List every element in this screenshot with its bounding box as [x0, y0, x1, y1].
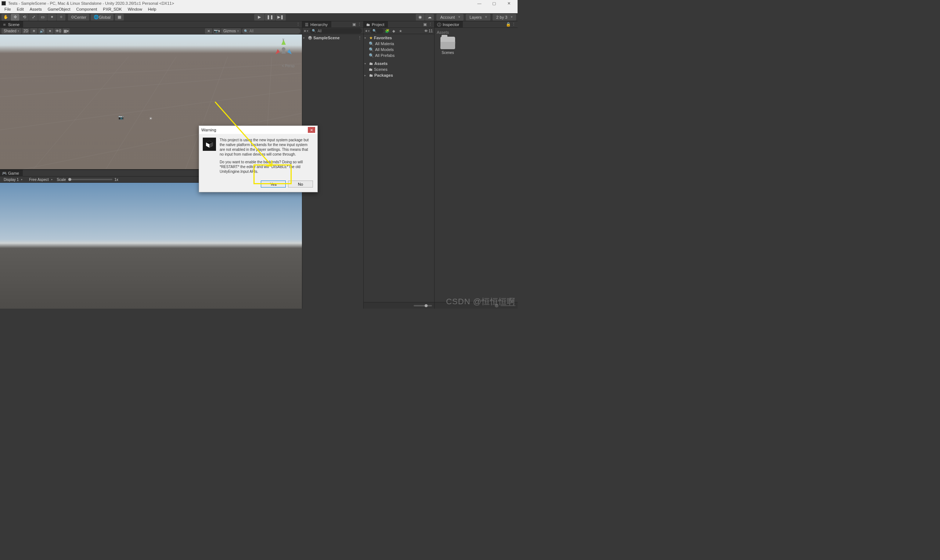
custom-tool-button[interactable]: ✧ — [57, 14, 65, 20]
move-tool-button[interactable]: ✥ — [11, 14, 20, 20]
favorite-item[interactable]: 🔍All Prefabs — [364, 52, 434, 58]
panel-menu-icon[interactable]: ⋮ — [428, 22, 433, 27]
cloud-button[interactable]: ☁ — [425, 14, 434, 20]
hierarchy-scene-row[interactable]: ▾ SampleScene ⋮ — [302, 35, 363, 41]
scene-search-input[interactable]: 🔍 All — [242, 28, 301, 34]
2d-toggle[interactable]: 2D — [22, 28, 29, 34]
pivot-rotation-toggle[interactable]: 🌐 Global — [91, 14, 114, 20]
menu-assets[interactable]: Assets — [27, 7, 45, 13]
light-gizmo-icon[interactable]: ☀ — [149, 116, 153, 121]
rect-tool-button[interactable]: ▭ — [38, 14, 47, 20]
tab-scene[interactable]: ⌗ Scene — [0, 21, 23, 28]
inspector-panel-header: ⓘ Inspector 🔒 ⋮ — [435, 21, 517, 28]
gizmos-dropdown[interactable]: Gizmos▾ — [221, 28, 241, 34]
create-dropdown[interactable]: +▾ — [365, 29, 369, 33]
tab-game[interactable]: 🎮 Game — [0, 170, 23, 177]
camera-toggle[interactable]: 📷▾ — [213, 28, 221, 34]
hidden-objects-toggle[interactable]: 👁0 — [54, 28, 62, 34]
project-toolbar: +▾ 🔍 🧩 ◆ ★ 👁11 — [364, 28, 434, 34]
no-button[interactable]: No — [288, 180, 313, 188]
play-button[interactable]: ▶ — [254, 14, 264, 20]
packages-row[interactable]: ▸ 🖿 Packages — [364, 72, 434, 78]
scale-tool-button[interactable]: ⤢ — [29, 14, 38, 20]
aspect-dropdown[interactable]: Free Aspect▾ — [27, 178, 54, 182]
inspector-icon: ⓘ — [437, 22, 441, 27]
collab-button[interactable]: ◉ — [416, 14, 424, 20]
panel-menu-icon[interactable]: ⋮ — [357, 22, 362, 27]
search-icon: 🔍 — [369, 42, 374, 46]
lock-icon[interactable]: 🔒 — [506, 22, 511, 27]
assets-row[interactable]: ▾ 🖿 Assets — [364, 60, 434, 66]
tab-inspector[interactable]: ⓘ Inspector — [435, 21, 463, 28]
scale-slider[interactable] — [68, 179, 113, 180]
filter-label-icon[interactable]: ◆ — [391, 28, 397, 33]
folder-thumbnail[interactable]: Scenes — [437, 37, 459, 55]
favorites-row[interactable]: ▾ ★ Favorites — [364, 35, 434, 41]
menu-window[interactable]: Window — [125, 7, 145, 13]
hidden-count[interactable]: 👁11 — [424, 29, 433, 33]
layout-dropdown[interactable]: 2 by 3▼ — [492, 14, 516, 20]
panel-maximize-icon[interactable]: ▣ — [352, 22, 357, 27]
panel-menu-icon[interactable]: ⋮ — [511, 22, 516, 27]
project-search-input[interactable]: 🔍 — [370, 28, 383, 33]
scene-context-icon[interactable]: ⋮ — [358, 35, 362, 40]
center-icon: ⊙ — [71, 15, 74, 20]
audio-toggle[interactable]: 🔊 — [38, 28, 46, 34]
menu-bar: File Edit Assets GameObject Component PX… — [0, 7, 517, 13]
grid-toggle[interactable]: ▦▾ — [62, 28, 70, 34]
breadcrumb[interactable]: Assets — [437, 30, 516, 34]
menu-help[interactable]: Help — [145, 7, 159, 13]
rotate-tool-button[interactable]: ⟲ — [20, 14, 29, 20]
menu-file[interactable]: File — [2, 7, 14, 13]
lighting-toggle[interactable]: ☀ — [30, 28, 37, 34]
menu-component[interactable]: Component — [73, 7, 100, 13]
panel-menu-icon[interactable]: ⋮ — [295, 22, 301, 27]
dialog-paragraph: This project is using the new input syst… — [220, 138, 313, 157]
projection-label[interactable]: Persp — [282, 64, 295, 68]
thumbnail-size-slider[interactable] — [414, 305, 432, 306]
filter-type-icon[interactable]: 🧩 — [384, 28, 390, 33]
yes-button[interactable]: Yes — [261, 180, 286, 188]
camera-gizmo-icon[interactable]: 📷 — [118, 115, 124, 120]
window-minimize-button[interactable]: — — [472, 0, 487, 7]
folder-icon: 🖿 — [366, 22, 370, 27]
svg-line-0 — [0, 64, 301, 78]
favorite-filter-icon[interactable]: ★ — [397, 28, 403, 33]
fx-toggle[interactable]: ✦ — [46, 28, 54, 34]
favorite-item[interactable]: 🔍All Models — [364, 47, 434, 52]
folder-item[interactable]: 🖿Scenes — [364, 66, 434, 72]
account-dropdown[interactable]: Account▼ — [437, 14, 463, 20]
dialog-title-bar[interactable]: Warning ✕ — [199, 126, 317, 134]
tools-toggle[interactable]: ✕ — [205, 28, 212, 34]
pause-button[interactable]: ❚❚ — [265, 14, 275, 20]
project-panel-header: 🖿 Project ▣ ⋮ — [364, 21, 434, 28]
window-maximize-button[interactable]: ▢ — [487, 0, 502, 7]
dialog-close-button[interactable]: ✕ — [308, 127, 315, 133]
create-dropdown[interactable]: +▾ — [304, 29, 308, 33]
pivot-mode-toggle[interactable]: ⊙ Center — [68, 14, 89, 20]
window-close-button[interactable]: ✕ — [502, 0, 516, 7]
shading-mode-dropdown[interactable]: Shaded▾ — [2, 28, 21, 34]
menu-edit[interactable]: Edit — [14, 7, 27, 13]
folder-icon: 🖿 — [369, 67, 373, 72]
hand-tool-button[interactable]: ✋ — [2, 14, 10, 20]
svg-point-12 — [282, 47, 286, 51]
transform-tool-button[interactable]: ✦ — [47, 14, 56, 20]
chevron-down-icon: ▼ — [458, 15, 461, 19]
menu-pxr-sdk[interactable]: PXR_SDK — [100, 7, 125, 13]
game-viewport[interactable] — [0, 183, 302, 309]
panel-maximize-icon[interactable]: ▣ — [423, 22, 428, 27]
tab-hierarchy[interactable]: ☰ Hierarchy — [302, 21, 331, 28]
chevron-down-icon: ▼ — [510, 15, 513, 19]
step-button[interactable]: ▶❚ — [275, 14, 286, 20]
menu-gameobject[interactable]: GameObject — [45, 7, 74, 13]
favorite-item[interactable]: 🔍All Materia — [364, 41, 434, 47]
orientation-gizmo[interactable]: y x z — [273, 38, 295, 60]
snap-toggle-button[interactable]: ▦ — [115, 14, 124, 20]
tab-project[interactable]: 🖿 Project — [364, 21, 388, 28]
caret-right-icon: ▸ — [364, 74, 368, 77]
layers-dropdown[interactable]: Layers▼ — [466, 14, 490, 20]
window-title-bar: Tests - SampleScene - PC, Mac & Linux St… — [0, 0, 517, 7]
hierarchy-search-input[interactable]: 🔍 All — [310, 28, 362, 33]
display-dropdown[interactable]: Display 1▾ — [2, 178, 25, 182]
